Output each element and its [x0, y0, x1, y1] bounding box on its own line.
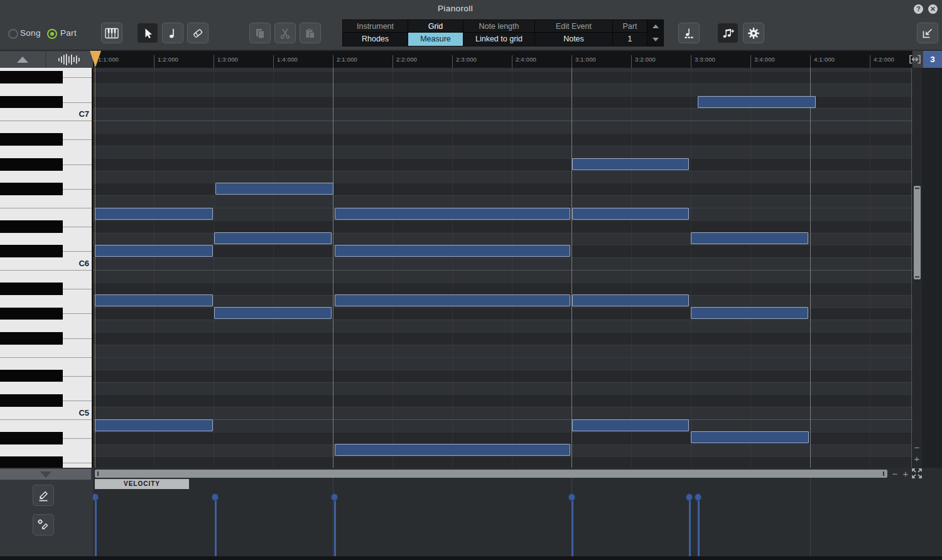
velocity-stem[interactable]: [334, 498, 336, 556]
draw-note-tool-button[interactable]: [162, 23, 183, 43]
note-length-column[interactable]: Note length Linked to grid: [463, 20, 535, 46]
song-radio[interactable]: [8, 29, 18, 39]
song-radio-label[interactable]: Song: [20, 28, 41, 38]
midi-note[interactable]: [691, 232, 808, 244]
part-radio-label[interactable]: Part: [60, 28, 77, 38]
piano-key-black[interactable]: [0, 220, 63, 233]
midi-note[interactable]: [691, 431, 809, 443]
pianoroll-grid[interactable]: [93, 68, 912, 468]
midi-note[interactable]: [215, 183, 333, 195]
horizontal-zoom-out-button[interactable]: −: [890, 470, 900, 478]
note-length-value[interactable]: Linked to grid: [463, 33, 534, 46]
copy-button[interactable]: [249, 23, 271, 43]
fit-width-button[interactable]: [908, 53, 922, 65]
midi-note[interactable]: [214, 232, 332, 244]
midi-note[interactable]: [572, 158, 689, 170]
midi-note[interactable]: [572, 419, 689, 431]
piano-key-black[interactable]: [0, 158, 63, 171]
piano-key-black[interactable]: [0, 432, 63, 444]
piano-key-black[interactable]: [0, 456, 63, 468]
instrument-value[interactable]: Rhodes: [343, 33, 408, 46]
part-down-button[interactable]: [647, 33, 663, 46]
grid-row-line: [93, 220, 912, 221]
help-icon[interactable]: ?: [914, 4, 923, 14]
velocity-stem[interactable]: [689, 498, 691, 556]
velocity-stem-head[interactable]: [568, 493, 575, 501]
grid-value[interactable]: Measure: [408, 33, 463, 46]
velocity-stem[interactable]: [698, 498, 700, 556]
midi-note[interactable]: [698, 96, 816, 108]
velocity-stem-head[interactable]: [331, 493, 338, 501]
midi-note[interactable]: [572, 294, 689, 306]
midi-note[interactable]: [214, 307, 332, 319]
midi-note[interactable]: [95, 245, 213, 257]
vertical-scrollbar-thumb[interactable]: [914, 186, 921, 279]
add-notes-button[interactable]: [717, 23, 739, 43]
velocity-stem[interactable]: [571, 498, 573, 556]
add-notes-icon: [721, 26, 735, 40]
paste-button[interactable]: [300, 23, 321, 43]
piano-key-black[interactable]: [0, 133, 63, 146]
midi-note[interactable]: [335, 245, 570, 257]
piano-key-black[interactable]: [0, 183, 63, 195]
midi-note[interactable]: [95, 419, 213, 431]
part-number-badge[interactable]: 3: [923, 51, 942, 68]
velocity-stem-head[interactable]: [686, 493, 693, 501]
instrument-column[interactable]: Instrument Rhodes: [343, 20, 408, 46]
horizontal-zoom-in-button[interactable]: +: [901, 470, 911, 478]
velocity-stem[interactable]: [95, 498, 97, 556]
piano-key-black[interactable]: [0, 283, 63, 295]
midi-note[interactable]: [95, 294, 213, 306]
close-icon[interactable]: ✕: [928, 4, 938, 14]
grid-row-line: [93, 146, 912, 146]
midi-note[interactable]: [335, 208, 570, 220]
collapse-down-button[interactable]: [0, 469, 91, 480]
velocity-stem-head[interactable]: [695, 493, 701, 501]
horizontal-scrollbar-thumb[interactable]: [95, 470, 887, 478]
grid-column[interactable]: Grid Measure: [408, 20, 463, 46]
ruler-tick: [691, 55, 691, 68]
velocity-stem-head[interactable]: [212, 493, 219, 501]
velocity-lane[interactable]: [93, 478, 912, 556]
cut-button[interactable]: [274, 23, 296, 43]
collapse-up-button[interactable]: [0, 51, 45, 68]
part-up-button[interactable]: [647, 20, 663, 33]
quantize-button[interactable]: [678, 23, 700, 43]
part-value[interactable]: 1: [613, 33, 647, 46]
vertical-zoom-out-button[interactable]: −: [912, 443, 922, 452]
midi-note[interactable]: [335, 444, 570, 456]
piano-keyboard[interactable]: C7C6C5: [0, 68, 93, 468]
piano-key-divider: [0, 357, 93, 358]
keyboard-toggle-button[interactable]: [101, 23, 122, 43]
cursor-tool-button[interactable]: [137, 23, 158, 43]
midi-note[interactable]: [572, 208, 689, 220]
part-radio[interactable]: [47, 29, 57, 39]
auto-velocity-button[interactable]: [33, 514, 54, 536]
settings-button[interactable]: [743, 23, 764, 43]
vertical-zoom-in-button[interactable]: +: [912, 455, 922, 463]
piano-key-black[interactable]: [0, 245, 63, 257]
midi-note[interactable]: [335, 294, 570, 306]
draw-velocity-button[interactable]: [33, 485, 54, 506]
piano-key-black[interactable]: [0, 332, 63, 345]
expand-button[interactable]: [911, 467, 923, 480]
audio-preview-button[interactable]: [46, 51, 93, 68]
part-column[interactable]: Part 1: [613, 20, 647, 46]
piano-key-black[interactable]: [0, 370, 63, 382]
piano-key-black[interactable]: [0, 71, 63, 83]
piano-key-black[interactable]: [0, 308, 63, 320]
grid-row-line: [93, 456, 912, 457]
eraser-tool-button[interactable]: [187, 23, 208, 43]
velocity-stem[interactable]: [215, 498, 217, 556]
edit-event-value[interactable]: Notes: [535, 33, 612, 46]
timeline-ruler[interactable]: 1:1:0001:2:0001:3:0001:4:0002:1:0002:2:0…: [93, 51, 912, 68]
velocity-stem-head[interactable]: [93, 493, 99, 501]
edit-event-column[interactable]: Edit Event Notes: [535, 20, 613, 46]
import-button[interactable]: [917, 23, 938, 43]
piano-key-black[interactable]: [0, 96, 63, 109]
grid-row-shade: [93, 394, 912, 407]
piano-key-black[interactable]: [0, 394, 63, 407]
midi-note[interactable]: [95, 208, 213, 220]
midi-note[interactable]: [691, 307, 808, 319]
down-arrow-icon: [652, 38, 659, 41]
